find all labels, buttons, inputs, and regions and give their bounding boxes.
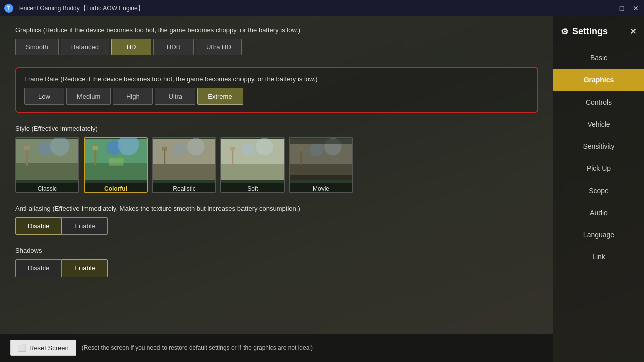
minimize-button[interactable]: — <box>604 4 612 12</box>
graphics-ultrahd-btn[interactable]: Ultra HD <box>196 39 242 55</box>
style-grid: Classic Colorful <box>15 137 538 193</box>
sidebar: ⚙ Settings ✕ Basic Graphics Controls Veh… <box>553 16 644 362</box>
svg-rect-20 <box>221 164 284 180</box>
content-area: Graphics (Reduce if the device becomes t… <box>0 16 553 362</box>
svg-rect-2 <box>26 149 28 166</box>
settings-panel: Graphics (Reduce if the device becomes t… <box>0 16 644 362</box>
shadows-btn-group: Disable Enable <box>15 259 538 277</box>
graphics-hd-btn[interactable]: HD <box>111 39 151 55</box>
sidebar-item-controls[interactable]: Controls <box>553 91 644 113</box>
svg-rect-8 <box>94 149 96 166</box>
frame-low-btn[interactable]: Low <box>24 88 64 105</box>
sidebar-item-vehicle[interactable]: Vehicle <box>553 113 644 135</box>
svg-rect-7 <box>85 163 147 180</box>
graphics-btn-group: Smooth Balanced HD HDR Ultra HD <box>15 39 538 55</box>
svg-rect-27 <box>300 150 302 165</box>
gear-icon: ⚙ <box>561 27 568 36</box>
sidebar-item-basic[interactable]: Basic <box>553 47 644 69</box>
svg-point-23 <box>242 143 255 156</box>
svg-rect-12 <box>109 158 123 166</box>
graphics-balanced-btn[interactable]: Balanced <box>61 39 109 55</box>
reset-screen-button[interactable]: ⬜ Reset Screen <box>10 340 76 356</box>
style-movie[interactable]: Movie <box>289 137 353 193</box>
shadows-label: Shadows <box>15 247 538 254</box>
graphics-smooth-btn[interactable]: Smooth <box>15 39 59 55</box>
frame-extreme-btn[interactable]: Extreme <box>197 88 243 105</box>
sidebar-item-audio[interactable]: Audio <box>553 202 644 224</box>
antialiasing-btn-group: Disable Enable <box>15 217 538 235</box>
frame-ultra-btn[interactable]: Ultra <box>155 88 195 105</box>
style-classic-label: Classic <box>16 183 78 193</box>
shadows-disable-btn[interactable]: Disable <box>15 259 62 277</box>
graphics-label: Graphics (Reduce if the device becomes t… <box>15 26 538 34</box>
antialiasing-disable-btn[interactable]: Disable <box>15 217 62 235</box>
svg-rect-16 <box>162 147 167 151</box>
settings-header: ⚙ Settings ✕ <box>553 21 644 47</box>
bottom-spacer <box>15 289 538 319</box>
frame-rate-btn-group: Low Medium High Ultra Extreme <box>24 88 529 105</box>
sidebar-item-scope[interactable]: Scope <box>553 179 644 202</box>
titlebar: T Tencent Gaming Buddy【Turbo AOW Engine】… <box>0 0 644 16</box>
svg-rect-15 <box>164 150 165 165</box>
frame-high-btn[interactable]: High <box>113 88 153 105</box>
svg-point-4 <box>38 141 53 156</box>
window-controls: — □ ✕ <box>604 4 640 12</box>
svg-point-29 <box>310 143 324 156</box>
sidebar-item-graphics[interactable]: Graphics <box>553 69 644 91</box>
sidebar-item-sensitivity[interactable]: Sensitivity <box>553 135 644 157</box>
style-realistic[interactable]: Realistic <box>152 137 216 193</box>
frame-medium-btn[interactable]: Medium <box>66 88 111 105</box>
sidebar-item-link[interactable]: Link <box>553 246 644 268</box>
style-soft[interactable]: Soft <box>220 137 285 193</box>
svg-rect-22 <box>230 147 235 151</box>
svg-point-24 <box>256 138 273 155</box>
sidebar-item-pickup[interactable]: Pick Up <box>553 157 644 179</box>
svg-rect-14 <box>153 164 215 180</box>
graphics-hdr-btn[interactable]: HDR <box>153 39 194 55</box>
style-colorful[interactable]: Colorful <box>84 137 148 193</box>
svg-rect-1 <box>16 163 78 180</box>
style-section: Style (Effective immediately) Classic <box>15 125 538 193</box>
style-realistic-label: Realistic <box>153 183 215 193</box>
style-label: Style (Effective immediately) <box>15 125 538 132</box>
reset-button-label: Reset Screen <box>29 344 69 352</box>
settings-title: Settings <box>572 26 608 37</box>
antialiasing-enable-btn[interactable]: Enable <box>62 217 107 235</box>
style-soft-label: Soft <box>221 183 284 193</box>
reset-description: (Reset the screen if you need to restore… <box>82 344 313 351</box>
app-icon: T <box>4 4 13 13</box>
svg-rect-3 <box>24 146 30 150</box>
antialiasing-label: Anti-aliasing (Effective immediately. Ma… <box>15 205 538 212</box>
svg-rect-31 <box>290 139 352 144</box>
style-movie-label: Movie <box>290 183 352 193</box>
frame-rate-label: Frame Rate (Reduce if the device becomes… <box>24 75 529 83</box>
shadows-section: Shadows Disable Enable <box>15 247 538 277</box>
antialiasing-section: Anti-aliasing (Effective immediately. Ma… <box>15 205 538 235</box>
svg-point-17 <box>173 143 187 156</box>
svg-rect-28 <box>298 147 303 151</box>
svg-rect-9 <box>93 146 99 150</box>
reset-bar: ⬜ Reset Screen (Reset the screen if you … <box>0 334 553 362</box>
svg-rect-32 <box>290 175 352 180</box>
svg-rect-21 <box>232 150 233 165</box>
graphics-section: Graphics (Reduce if the device becomes t… <box>15 26 538 55</box>
window-title: Tencent Gaming Buddy【Turbo AOW Engine】 <box>17 4 604 13</box>
style-classic[interactable]: Classic <box>15 137 79 193</box>
sidebar-item-language[interactable]: Language <box>553 224 644 246</box>
svg-point-18 <box>187 138 205 155</box>
settings-close-button[interactable]: ✕ <box>630 27 636 36</box>
reset-icon: ⬜ <box>18 344 26 352</box>
style-colorful-label: Colorful <box>85 183 147 193</box>
maximize-button[interactable]: □ <box>618 4 626 12</box>
frame-rate-section: Frame Rate (Reduce if the device becomes… <box>15 67 538 113</box>
shadows-enable-btn[interactable]: Enable <box>62 259 107 277</box>
window-close-button[interactable]: ✕ <box>632 4 640 12</box>
